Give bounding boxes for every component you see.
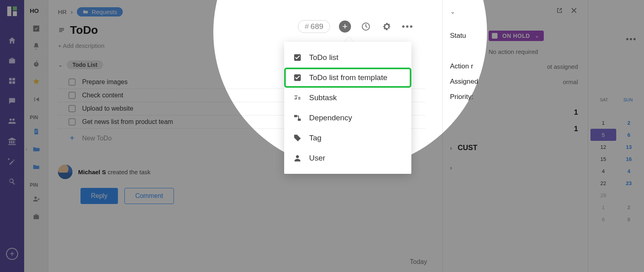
rail-chat-icon[interactable] [0, 91, 24, 111]
mini-star-icon[interactable] [24, 73, 48, 91]
todo-checkbox[interactable] [68, 92, 76, 99]
activity-author: Michael S [78, 169, 106, 175]
action-label: Action r [450, 62, 489, 70]
dependency-icon [293, 113, 302, 122]
calendar-cell[interactable]: 5 [590, 129, 616, 141]
calendar-cell[interactable]: 13 [616, 141, 642, 153]
breadcrumb-sep: › [71, 8, 73, 15]
todo-section-chip: Todo List [67, 60, 103, 69]
popup-item-todo-list[interactable]: ToDo list [284, 47, 411, 68]
hash-icon: # [305, 22, 309, 31]
mini-briefcase2-icon[interactable] [24, 208, 48, 226]
popup-item-label: ToDo list [309, 53, 339, 62]
task-action-bar: # 689 + ••• [298, 20, 413, 33]
chevron-right-icon: › [450, 144, 452, 151]
chevron-right-icon: › [450, 164, 452, 171]
close-icon[interactable] [570, 6, 578, 16]
status-badge[interactable]: ON HOLD ⌄ [489, 31, 544, 41]
custom-section[interactable]: › CUST [450, 144, 578, 152]
calendar-grid: 125612131516442223291288 [588, 105, 644, 225]
popup-item-todo-list-from-template[interactable]: ToDo list from template [284, 68, 411, 88]
detail-count-1: 1 [574, 108, 578, 117]
svg-rect-3 [294, 115, 297, 117]
rail-home-icon[interactable] [0, 31, 24, 51]
calendar-cell[interactable] [616, 105, 642, 117]
mini-group1-label: PIN [24, 108, 38, 123]
calendar-cell[interactable]: 4 [590, 165, 616, 177]
rail-add-button[interactable]: + [0, 244, 24, 264]
more-actions-icon[interactable]: ••• [402, 21, 413, 32]
calendar-cell[interactable]: 1 [590, 201, 616, 213]
more-icon[interactable]: ••• [626, 35, 637, 44]
reply-button[interactable]: Reply [80, 188, 118, 204]
todo-checkbox[interactable] [68, 105, 76, 112]
rail-search-icon[interactable] [0, 171, 24, 192]
popup-item-tag[interactable]: Tag [284, 128, 411, 148]
chevron-down-icon: ⌄ [58, 62, 63, 68]
cal-hdr-sat: SAT [592, 97, 616, 102]
todo-checkbox[interactable] [68, 118, 76, 126]
calendar-cell[interactable]: 16 [616, 153, 642, 165]
mini-timer-icon[interactable] [24, 55, 48, 73]
calendar-cell[interactable]: 8 [590, 213, 616, 225]
mini-check-icon[interactable] [24, 20, 48, 37]
detail-count-2: 1 [574, 125, 578, 133]
user-icon [293, 154, 302, 163]
popout-icon[interactable] [555, 6, 564, 16]
calendar-cell[interactable] [590, 105, 616, 117]
task-details: ⌄ Statu ON HOLD ⌄ No action required Act… [443, 0, 588, 272]
assigned-label: Assigned [450, 78, 489, 86]
priority-label: Priority: [450, 93, 489, 101]
mini-folder-icon[interactable] [24, 158, 48, 176]
calendar-cell[interactable]: 4 [616, 165, 642, 177]
task-title[interactable]: ToDo [70, 24, 98, 37]
rail-wand-icon[interactable] [0, 151, 24, 171]
task-id: 689 [311, 22, 324, 31]
mini-bell-icon[interactable] [24, 37, 48, 55]
popup-item-dependency[interactable]: Dependency [284, 108, 411, 128]
popup-item-user[interactable]: User [284, 148, 411, 168]
add-menu-button[interactable]: + [339, 21, 351, 33]
popup-item-subtask[interactable]: Subtask [284, 88, 411, 108]
mini-useradd-icon[interactable] [24, 190, 48, 208]
mini-skipback-icon[interactable] [24, 91, 48, 108]
rail-grid-icon[interactable] [0, 71, 24, 91]
calendar-cell[interactable]: 29 [590, 189, 616, 201]
status-note: No action required [489, 48, 538, 55]
calendar-cell[interactable]: 2 [616, 201, 642, 213]
check-icon [293, 53, 302, 62]
mini-group2-label: PIN [24, 176, 38, 190]
clock-icon[interactable] [360, 21, 372, 33]
calendar-cell[interactable]: 12 [590, 141, 616, 153]
calendar-cell[interactable]: 2 [616, 117, 642, 129]
nav-rail: + [0, 0, 24, 272]
calendar-cell[interactable]: 6 [616, 129, 642, 141]
calendar-cell[interactable]: 8 [616, 213, 642, 225]
task-title-icon [58, 27, 65, 34]
calendar-cell[interactable]: 15 [590, 153, 616, 165]
assigned-value: ormal [563, 78, 578, 85]
status-label: Statu [450, 32, 489, 40]
calendar-cell[interactable]: 23 [616, 177, 642, 189]
calendar-cell[interactable]: 22 [590, 177, 616, 189]
extra-section[interactable]: › [450, 164, 578, 171]
custom-label: CUST [458, 144, 477, 152]
calendar-headers: SAT SUN [588, 97, 644, 105]
action-value: ot assigned [547, 63, 578, 70]
breadcrumb-root[interactable]: HR [58, 8, 67, 15]
gear-icon[interactable] [381, 21, 393, 33]
rail-bank-icon[interactable] [0, 131, 24, 151]
calendar-cell[interactable]: 1 [590, 117, 616, 129]
breadcrumb-chip[interactable]: Requests [77, 7, 123, 16]
details-collapse-icon[interactable]: ⌄ [450, 8, 455, 15]
calendar-cell[interactable] [616, 189, 642, 201]
breadcrumb-chip-label: Requests [92, 8, 117, 15]
rail-group-icon[interactable] [0, 111, 24, 131]
comment-button[interactable]: Comment [124, 188, 174, 204]
task-id-chip[interactable]: # 689 [298, 20, 330, 33]
mini-folder-open-icon[interactable]: › [24, 140, 48, 158]
todo-checkbox[interactable] [68, 78, 76, 86]
mini-doc-icon[interactable] [24, 123, 48, 140]
cal-hdr-sun: SUN [616, 97, 640, 102]
rail-briefcase-icon[interactable] [0, 51, 24, 71]
